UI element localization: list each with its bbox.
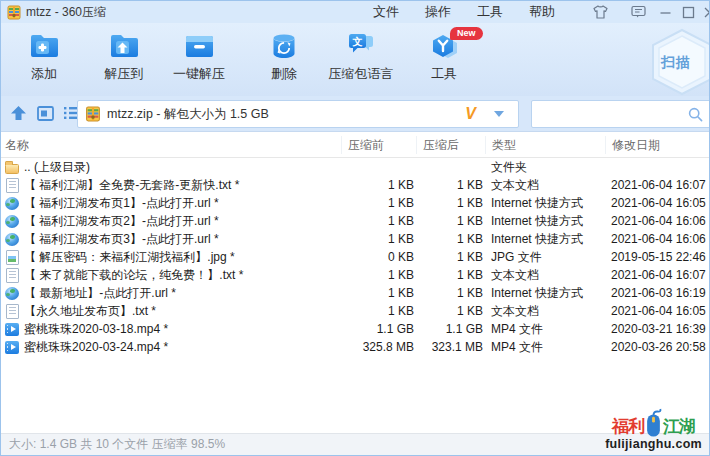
table-row[interactable]: 【 福利江湖】全免费-无套路-更新快.txt * 1 KB 1 KB 文本文档 … <box>1 176 710 194</box>
file-name: 【 来了就能下载的论坛，纯免费！】.txt * <box>24 267 243 284</box>
menu-tools[interactable]: 工具 <box>477 3 503 21</box>
menu-bar: 文件 操作 工具 帮助 <box>373 1 555 23</box>
size-after-value: 1 KB <box>416 178 485 192</box>
status-bar: 大小: 1.4 GB 共 10 个文件 压缩率 98.5% <box>1 433 709 455</box>
title-bar: mtzz - 360压缩 文件 操作 工具 帮助 <box>1 1 709 23</box>
window-title: mtzz - 360压缩 <box>26 4 106 21</box>
table-row[interactable]: 【 来了就能下载的论坛，纯免费！】.txt * 1 KB 1 KB 文本文档 2… <box>1 266 710 284</box>
name-cell: 【 解压密码：来福利江湖找福利】.jpg * <box>1 249 341 266</box>
skin-theme-icon[interactable] <box>591 3 609 21</box>
column-header-size-after[interactable]: 压缩后 <box>416 136 485 154</box>
toolbar-label: 工具 <box>431 65 457 83</box>
toolbar-label: 删除 <box>271 65 297 83</box>
size-before-value: 1 KB <box>341 304 416 318</box>
feedback-icon[interactable] <box>629 3 647 21</box>
file-type-value: MP4 文件 <box>485 321 605 338</box>
table-row[interactable]: 【 福利江湖发布页2】-点此打开.url * 1 KB 1 KB Interne… <box>1 212 710 230</box>
scan-label: 扫描 <box>661 54 691 72</box>
one-click-extract-icon <box>182 29 216 63</box>
size-before-value: 1 KB <box>341 232 416 246</box>
jpg-file-icon <box>5 250 19 264</box>
size-before-value: 1 KB <box>341 196 416 210</box>
scan-button[interactable]: 扫描 <box>649 28 710 96</box>
svg-text:文: 文 <box>352 36 363 47</box>
chevron-down-icon[interactable] <box>494 111 504 117</box>
file-name: 【永久地址发布页】.txt * <box>24 303 156 320</box>
modified-date-value: 2019-05-15 22:46 <box>605 250 710 264</box>
size-before-value: 0 KB <box>341 250 416 264</box>
file-name: 【 福利江湖】全免费-无套路-更新快.txt * <box>24 177 239 194</box>
table-row[interactable]: 【 解压密码：来福利江湖找福利】.jpg * 0 KB 1 KB JPG 文件 … <box>1 248 710 266</box>
size-after-value: 1 KB <box>416 196 485 210</box>
search-input[interactable] <box>536 102 686 126</box>
size-after-value: 1 KB <box>416 286 485 300</box>
status-summary: 大小: 1.4 GB 共 10 个文件 压缩率 98.5% <box>9 436 225 453</box>
size-after-value: 1 KB <box>416 214 485 228</box>
search-box[interactable] <box>531 100 710 128</box>
modified-date-value: 2021-06-04 16:06 <box>605 232 710 246</box>
close-icon[interactable] <box>700 3 710 21</box>
size-before-value: 325.8 MB <box>341 340 416 354</box>
file-name: 蜜桃珠珠2020-03-24.mp4 * <box>24 339 168 356</box>
modified-date-value: 2021-06-04 16:06 <box>605 214 710 228</box>
menu-help[interactable]: 帮助 <box>529 3 555 21</box>
mp4-file-icon <box>5 341 19 354</box>
column-header-type[interactable]: 类型 <box>485 136 605 154</box>
column-header-modified[interactable]: 修改日期 <box>605 136 710 154</box>
size-before-value: 1 KB <box>341 214 416 228</box>
minimize-icon[interactable] <box>656 3 674 21</box>
file-name: 【 福利江湖发布页2】-点此打开.url * <box>24 213 219 230</box>
archive-language-icon: 文 <box>344 29 378 63</box>
name-cell: 【 福利江湖发布页1】-点此打开.url * <box>1 195 341 212</box>
menu-actions[interactable]: 操作 <box>425 3 451 21</box>
archive-language-button[interactable]: 文 压缩包语言 <box>313 29 409 83</box>
table-row[interactable]: 蜜桃珠珠2020-03-24.mp4 * 325.8 MB 323.1 MB M… <box>1 338 710 356</box>
app-window: mtzz - 360压缩 文件 操作 工具 帮助 <box>0 0 710 456</box>
size-before-value: 1 KB <box>341 178 416 192</box>
file-name: 蜜桃珠珠2020-03-18.mp4 * <box>24 321 168 338</box>
column-header-name[interactable]: 名称 <box>1 136 341 154</box>
url-file-icon <box>5 215 19 228</box>
menu-file[interactable]: 文件 <box>373 3 399 21</box>
table-row[interactable]: 【 福利江湖发布页3】-点此打开.url * 1 KB 1 KB Interne… <box>1 230 710 248</box>
size-before-value: 1 KB <box>341 286 416 300</box>
file-type-value: 文本文档 <box>485 303 605 320</box>
name-cell: 蜜桃珠珠2020-03-18.mp4 * <box>1 321 341 338</box>
table-row[interactable]: 【永久地址发布页】.txt * 1 KB 1 KB 文本文档 2021-06-0… <box>1 302 710 320</box>
modified-date-value: 2020-03-26 20:58 <box>605 340 710 354</box>
table-row[interactable]: .. (上级目录) 文件夹 <box>1 158 710 176</box>
up-level-icon[interactable] <box>7 102 29 124</box>
size-after-value: 1 KB <box>416 250 485 264</box>
file-type-value: Internet 快捷方式 <box>485 231 605 248</box>
modified-date-value: 2021-06-03 16:19 <box>605 286 710 300</box>
archive-path-box[interactable]: mtzz.zip - 解包大小为 1.5 GB V <box>77 100 519 128</box>
file-type-value: 文件夹 <box>485 159 605 176</box>
name-cell: 【 福利江湖发布页3】-点此打开.url * <box>1 231 341 248</box>
maximize-icon[interactable] <box>679 3 697 21</box>
size-after-value: 1 KB <box>416 232 485 246</box>
file-name: 【 解压密码：来福利江湖找福利】.jpg * <box>24 249 235 266</box>
watermark-domain: fulijianghu.com <box>605 437 702 451</box>
one-click-extract-button[interactable]: 一键解压 <box>151 29 247 83</box>
toolbar-label: 一键解压 <box>173 65 225 83</box>
table-row[interactable]: 【 福利江湖发布页1】-点此打开.url * 1 KB 1 KB Interne… <box>1 194 710 212</box>
preview-pane-icon[interactable] <box>34 102 56 124</box>
size-after-value: 1 KB <box>416 304 485 318</box>
txt-file-icon <box>5 304 19 318</box>
size-after-value: 323.1 MB <box>416 340 485 354</box>
toolbar-label: 添加 <box>31 65 57 83</box>
column-header-size-before[interactable]: 压缩前 <box>341 136 416 154</box>
table-row[interactable]: 【 最新地址】-点此打开.url * 1 KB 1 KB Internet 快捷… <box>1 284 710 302</box>
file-type-value: Internet 快捷方式 <box>485 213 605 230</box>
extract-to-folder-icon <box>107 29 141 63</box>
search-icon[interactable] <box>688 107 703 122</box>
add-folder-icon <box>27 29 61 63</box>
file-name: 【 福利江湖发布页3】-点此打开.url * <box>24 231 219 248</box>
size-after-value: 1.1 GB <box>416 322 485 336</box>
zip-archive-icon <box>7 5 21 20</box>
delete-trash-icon <box>267 29 301 63</box>
vip-v-label[interactable]: V <box>465 105 476 123</box>
file-name: 【 最新地址】-点此打开.url * <box>24 285 176 302</box>
size-before-value: 1 KB <box>341 268 416 282</box>
table-row[interactable]: 蜜桃珠珠2020-03-18.mp4 * 1.1 GB 1.1 GB MP4 文… <box>1 320 710 338</box>
